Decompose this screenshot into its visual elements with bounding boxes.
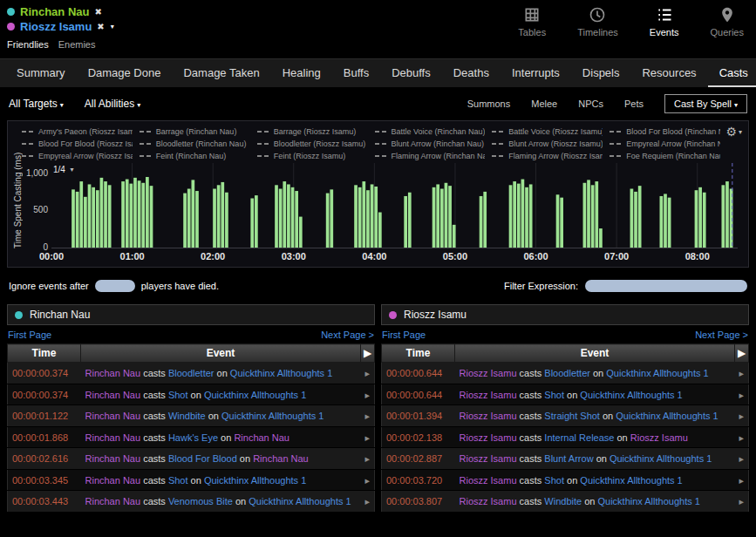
- legend-pager[interactable]: 1/4 ▼: [53, 165, 75, 174]
- report-tab[interactable]: Resources: [630, 59, 707, 87]
- target-link[interactable]: Quickthinx Allthoughts 1: [204, 475, 306, 486]
- row-expand-arrow-icon[interactable]: ▸: [735, 384, 749, 405]
- actor-name-link[interactable]: Rinchan Nau: [85, 432, 141, 443]
- actor-name-link[interactable]: Rioszz Isamu: [460, 475, 517, 486]
- actor-name-link[interactable]: Rioszz Isamu: [460, 453, 517, 464]
- legend-item[interactable]: Bloodletter (Rinchan Nau): [140, 139, 250, 148]
- row-expand-arrow-icon[interactable]: ▸: [735, 448, 749, 470]
- row-expand-arrow-icon[interactable]: ▸: [361, 426, 375, 448]
- legend-item[interactable]: Flaming Arrow (Rioszz Isamu): [492, 152, 603, 160]
- ability-link[interactable]: Shot: [168, 390, 188, 400]
- ability-link[interactable]: Windbite: [544, 496, 582, 506]
- nav-queries[interactable]: Queries: [710, 6, 744, 55]
- event-row[interactable]: 00:00:02.887 Rioszz Isamu casts Blunt Ar…: [382, 448, 749, 470]
- ability-link[interactable]: Blunt Arrow: [544, 453, 593, 464]
- legend-item[interactable]: Army's Paeon (Rioszz Isamu): [22, 127, 133, 136]
- actor-name-link[interactable]: Rioszz Isamu: [460, 390, 517, 400]
- tab-enemies[interactable]: Enemies: [58, 39, 96, 50]
- report-tab[interactable]: Buffs: [332, 59, 380, 87]
- nav-timelines[interactable]: Timelines: [577, 6, 618, 55]
- targets-dropdown[interactable]: All Targets▾: [9, 98, 64, 110]
- row-expand-arrow-icon[interactable]: ▸: [735, 363, 749, 384]
- event-row[interactable]: 00:00:01.394 Rioszz Isamu casts Straight…: [382, 405, 749, 427]
- ability-link[interactable]: Shot: [168, 475, 188, 486]
- report-tab[interactable]: Deaths: [442, 59, 501, 87]
- legend-item[interactable]: Barrage (Rioszz Isamu): [257, 127, 368, 136]
- legend-item[interactable]: Blunt Arrow (Rioszz Isamu): [492, 139, 603, 148]
- legend-item[interactable]: Blood For Blood (Rinchan Nau): [610, 127, 720, 136]
- report-tab[interactable]: Damage Taken: [172, 59, 270, 87]
- ability-link[interactable]: Blood For Blood: [168, 453, 237, 464]
- actor-name-link[interactable]: Rinchan Nau: [85, 475, 141, 486]
- ability-link[interactable]: Internal Release: [544, 432, 614, 443]
- event-row[interactable]: 00:00:03.720 Rioszz Isamu casts Shot on …: [382, 469, 749, 491]
- legend-item[interactable]: Empyreal Arrow (Rinchan Nau): [610, 139, 720, 148]
- actor-name-link[interactable]: Rinchan Nau: [85, 496, 141, 506]
- event-row[interactable]: 00:00:03.807 Rioszz Isamu casts Windbite…: [382, 491, 749, 513]
- ability-link[interactable]: Straight Shot: [544, 411, 600, 421]
- entity-filter-link[interactable]: Pets: [624, 99, 644, 109]
- row-expand-arrow-icon[interactable]: ▸: [361, 405, 375, 427]
- next-page-link[interactable]: Next Page >: [695, 330, 748, 340]
- target-link[interactable]: Rioszz Isamu: [630, 432, 688, 443]
- target-link[interactable]: Rinchan Nau: [253, 453, 309, 464]
- chevron-down-icon[interactable]: ▾: [111, 23, 114, 31]
- target-link[interactable]: Quickthinx Allthoughts 1: [610, 453, 712, 464]
- event-row[interactable]: 00:00:03.345 Rinchan Nau casts Shot on Q…: [8, 469, 375, 491]
- nav-events[interactable]: Events: [650, 6, 679, 55]
- ability-link[interactable]: Bloodletter: [544, 368, 590, 378]
- row-expand-arrow-icon[interactable]: ▸: [361, 448, 375, 470]
- actor-name-link[interactable]: Rinchan Nau: [85, 368, 141, 378]
- target-link[interactable]: Quickthinx Allthoughts 1: [580, 475, 682, 486]
- remove-player-icon[interactable]: ✖: [94, 8, 101, 17]
- ability-link[interactable]: Hawk's Eye: [168, 432, 218, 443]
- row-expand-arrow-icon[interactable]: ▸: [735, 426, 749, 448]
- nav-tables[interactable]: Tables: [518, 6, 546, 55]
- actor-name-link[interactable]: Rinchan Nau: [85, 411, 141, 421]
- chart-settings-button[interactable]: ⚙▾: [725, 125, 742, 139]
- actor-name-link[interactable]: Rioszz Isamu: [460, 368, 517, 378]
- legend-item[interactable]: Feint (Rioszz Isamu): [257, 152, 368, 160]
- actor-name-link[interactable]: Rioszz Isamu: [460, 496, 517, 506]
- row-expand-arrow-icon[interactable]: ▸: [361, 469, 375, 491]
- plot-area[interactable]: 1/4 ▼: [51, 163, 738, 248]
- legend-item[interactable]: Empyreal Arrow (Rioszz Isamu): [22, 152, 133, 160]
- report-tab[interactable]: Summary: [5, 59, 77, 87]
- player-name[interactable]: Rioszz Isamu: [20, 20, 92, 33]
- event-column-header[interactable]: Event: [455, 344, 735, 363]
- event-row[interactable]: 00:00:00.644 Rioszz Isamu casts Shot on …: [382, 384, 749, 405]
- time-column-header[interactable]: Time: [382, 344, 455, 363]
- event-row[interactable]: 00:00:03.443 Rinchan Nau casts Venomous …: [8, 491, 375, 513]
- tab-friendlies[interactable]: Friendlies: [7, 39, 49, 50]
- report-tab[interactable]: Debuffs: [380, 59, 442, 87]
- report-tab[interactable]: Interrupts: [501, 59, 571, 87]
- legend-item[interactable]: Flaming Arrow (Rinchan Nau): [375, 152, 486, 160]
- target-link[interactable]: Quickthinx Allthoughts 1: [606, 368, 708, 378]
- report-tab[interactable]: Damage Done: [77, 59, 173, 87]
- time-column-header[interactable]: Time: [8, 344, 81, 363]
- entity-filter-link[interactable]: Melee: [531, 99, 557, 109]
- target-link[interactable]: Quickthinx Allthoughts 1: [249, 496, 351, 506]
- event-row[interactable]: 00:00:00.374 Rinchan Nau casts Bloodlett…: [8, 363, 375, 384]
- ability-link[interactable]: Shot: [544, 475, 564, 486]
- entity-filter-link[interactable]: Summons: [467, 99, 511, 109]
- row-expand-arrow-icon[interactable]: ▸: [361, 491, 375, 513]
- event-row[interactable]: 00:00:02.616 Rinchan Nau casts Blood For…: [8, 448, 375, 470]
- first-page-link[interactable]: First Page: [382, 330, 426, 340]
- event-row[interactable]: 00:00:01.868 Rinchan Nau casts Hawk's Ey…: [8, 426, 375, 448]
- ability-link[interactable]: Venomous Bite: [168, 496, 233, 506]
- row-expand-arrow-icon[interactable]: ▸: [735, 405, 749, 427]
- event-row[interactable]: 00:00:00.644 Rioszz Isamu casts Bloodlet…: [382, 363, 749, 384]
- actor-name-link[interactable]: Rioszz Isamu: [460, 411, 517, 421]
- legend-item[interactable]: Foe Requiem (Rinchan Nau): [610, 152, 720, 160]
- event-column-header[interactable]: Event: [81, 344, 361, 363]
- report-tab[interactable]: Casts: [708, 59, 756, 87]
- next-page-link[interactable]: Next Page >: [321, 330, 374, 340]
- target-link[interactable]: Quickthinx Allthoughts 1: [580, 390, 682, 400]
- first-page-link[interactable]: First Page: [8, 330, 51, 340]
- legend-item[interactable]: Feint (Rinchan Nau): [140, 152, 250, 160]
- target-link[interactable]: Quickthinx Allthoughts 1: [221, 411, 324, 421]
- report-tab[interactable]: Healing: [271, 59, 332, 87]
- legend-item[interactable]: Battle Voice (Rinchan Nau): [375, 127, 486, 136]
- row-expand-arrow-icon[interactable]: ▸: [735, 491, 749, 513]
